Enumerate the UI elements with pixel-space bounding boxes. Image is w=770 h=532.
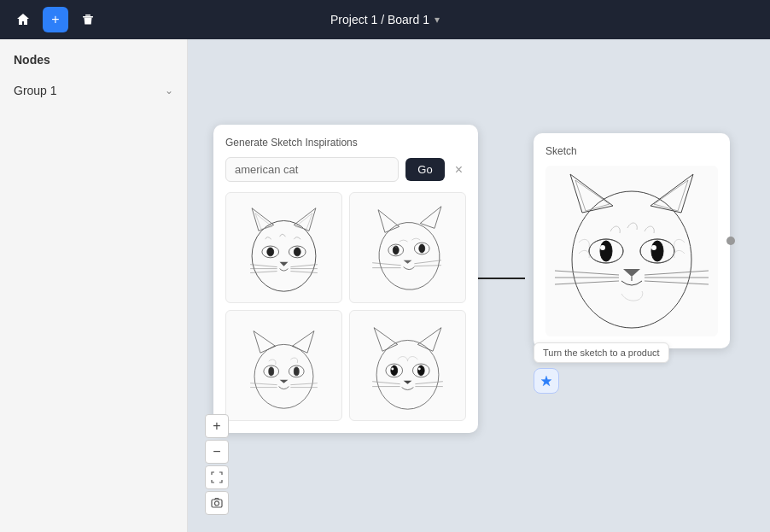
svg-point-31	[254, 344, 313, 408]
svg-line-72	[555, 271, 619, 275]
svg-point-79	[215, 501, 219, 506]
output-node-connector-dot	[726, 237, 735, 245]
svg-marker-20	[420, 207, 441, 229]
svg-line-55	[415, 382, 442, 384]
svg-point-48	[391, 365, 398, 376]
output-sketch-node: Sketch	[534, 133, 730, 348]
zoom-camera-button[interactable]	[205, 491, 229, 515]
sidebar: Nodes Group 1 ⌄	[0, 39, 188, 532]
sketch-cell-4[interactable]	[349, 310, 466, 421]
main-layout: Nodes Group 1 ⌄ Generate Sketch Inspirat…	[0, 39, 770, 532]
canvas-area[interactable]: Generate Sketch Inspirations Go ×	[188, 39, 770, 532]
svg-marker-58	[570, 174, 613, 213]
svg-line-39	[250, 383, 277, 385]
home-button[interactable]	[10, 7, 36, 32]
sidebar-group1-label: Group 1	[14, 84, 57, 97]
sketch-cell-2[interactable]	[349, 192, 466, 303]
zoom-controls: + −	[205, 414, 229, 515]
svg-marker-33	[292, 331, 314, 354]
svg-marker-70	[623, 269, 640, 277]
svg-point-24	[419, 244, 425, 253]
svg-point-64	[600, 241, 612, 261]
tooltip-bubble: Turn the sketch to a product	[534, 342, 669, 363]
svg-point-37	[294, 367, 299, 376]
svg-point-36	[269, 367, 274, 376]
output-node-title: Sketch	[545, 145, 718, 157]
svg-marker-19	[378, 210, 400, 233]
sidebar-nodes-title: Nodes	[0, 53, 187, 77]
sidebar-group1-chevron: ⌄	[165, 85, 173, 96]
sketch-inspirations-node: Generate Sketch Inspirations Go ×	[213, 125, 478, 433]
svg-marker-38	[280, 380, 289, 383]
sketch-grid	[225, 192, 466, 421]
svg-point-18	[376, 220, 442, 293]
zoom-fit-button[interactable]	[205, 465, 229, 489]
sketch-cell-1[interactable]	[225, 192, 342, 303]
sketch-node-title: Generate Sketch Inspirations	[225, 137, 466, 149]
svg-point-51	[418, 367, 421, 370]
svg-point-49	[417, 365, 424, 376]
svg-point-10	[294, 248, 300, 256]
svg-marker-44	[374, 328, 398, 352]
zoom-out-button[interactable]: −	[205, 440, 229, 464]
tooltip-area: Turn the sketch to a product	[534, 342, 669, 394]
svg-line-75	[645, 271, 709, 275]
delete-button[interactable]	[75, 7, 101, 32]
svg-point-9	[267, 248, 274, 256]
go-button[interactable]: Go	[405, 158, 444, 181]
svg-line-12	[250, 265, 277, 267]
tooltip-action-button[interactable]	[534, 368, 559, 394]
topbar: + Project 1 / Board 1 ▾	[0, 0, 770, 39]
svg-marker-59	[650, 174, 693, 213]
svg-line-77	[645, 281, 709, 284]
svg-marker-52	[404, 381, 412, 384]
add-button[interactable]: +	[43, 7, 68, 32]
svg-marker-32	[254, 331, 276, 354]
svg-line-29	[414, 260, 441, 264]
output-node-image	[545, 166, 718, 336]
svg-point-65	[651, 241, 663, 261]
svg-rect-0	[83, 16, 93, 18]
zoom-in-button[interactable]: +	[205, 414, 229, 438]
svg-line-14	[250, 272, 277, 273]
svg-marker-11	[280, 262, 289, 266]
svg-point-43	[376, 340, 439, 409]
svg-marker-45	[417, 328, 441, 352]
svg-line-27	[372, 263, 400, 266]
breadcrumb[interactable]: Project 1 / Board 1 ▾	[330, 13, 440, 26]
close-button[interactable]: ×	[452, 161, 466, 179]
svg-line-53	[372, 382, 400, 384]
svg-point-50	[391, 367, 394, 370]
svg-rect-78	[212, 500, 222, 507]
breadcrumb-chevron: ▾	[435, 14, 440, 26]
svg-marker-26	[404, 260, 412, 264]
sidebar-item-group1[interactable]: Group 1 ⌄	[0, 77, 187, 104]
svg-point-57	[572, 191, 691, 328]
sketch-input-row: Go ×	[225, 157, 466, 182]
sketch-input[interactable]	[225, 157, 399, 182]
svg-point-66	[600, 245, 605, 250]
svg-rect-1	[85, 15, 90, 16]
sketch-cell-3[interactable]	[225, 310, 342, 421]
svg-line-74	[555, 281, 619, 284]
svg-point-67	[651, 245, 656, 250]
svg-line-30	[414, 266, 441, 266]
svg-point-2	[252, 220, 316, 291]
svg-line-41	[290, 383, 318, 385]
svg-point-23	[393, 246, 399, 254]
svg-line-17	[290, 272, 318, 273]
svg-line-15	[290, 265, 318, 267]
